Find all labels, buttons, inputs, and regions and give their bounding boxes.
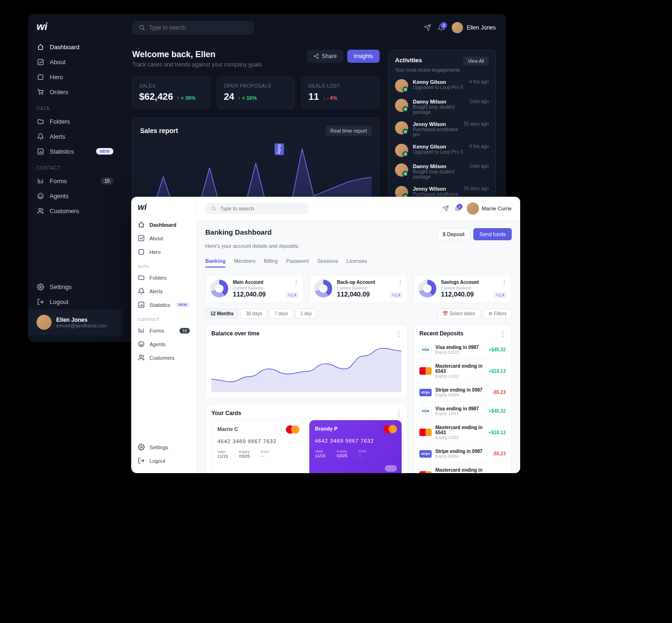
svg-point-8 (314, 56, 315, 57)
activity-item[interactable]: Jenny Wilson Purchased windframe pro 20 … (395, 121, 489, 137)
nav-item-alerts[interactable]: Alerts (28, 129, 122, 144)
kpi-label: DEALS LOST (308, 83, 373, 89)
card-menu-icon[interactable]: ⋮ (397, 279, 403, 286)
tab-members[interactable]: Members (234, 255, 255, 267)
card-toggle[interactable] (385, 465, 397, 472)
card-menu-icon[interactable]: ⋮ (395, 329, 403, 338)
your-cards-title: Your Cards (211, 410, 402, 416)
nav-label: Logout (149, 458, 165, 464)
nav-item-agents[interactable]: Agents (28, 188, 122, 203)
deposit-item[interactable]: Mastercard ending in 6543 Expiry 11/22 +… (419, 463, 506, 473)
tab-billing[interactable]: Billing (264, 255, 277, 267)
nav-item-hero[interactable]: Hero (131, 245, 196, 259)
nav-item-logout[interactable]: Logout (131, 454, 196, 467)
notification-bell[interactable]: 2 (455, 205, 461, 212)
send-icon[interactable] (442, 205, 449, 212)
deposit-button[interactable]: $ Deposit (437, 228, 470, 240)
donut-chart-icon (418, 280, 436, 297)
nav-item-logout[interactable]: Logout (28, 294, 122, 309)
nav-item-settings[interactable]: Settings (28, 279, 122, 294)
card-expiry: 03/25 (337, 453, 348, 458)
tab-licenses[interactable]: Licenses (347, 255, 367, 267)
nav-item-statistics[interactable]: Statistics NEW (131, 298, 196, 312)
activity-time: 20 secs ago (463, 186, 489, 191)
send-funds-button[interactable]: Send funds (473, 228, 512, 240)
time-pill-12-months[interactable]: 12 Months (205, 309, 239, 319)
avatar (452, 22, 463, 33)
deposit-item[interactable]: VISA Visa ending in 0987 Expiry 12/23 +$… (419, 402, 506, 421)
search-input[interactable] (220, 206, 303, 211)
nav-item-orders[interactable]: Orders (28, 84, 122, 99)
credit-card[interactable]: Brandy P 4642 3489 9867 7632 Valid11/15 … (309, 420, 402, 473)
nav-label: Customers (149, 355, 174, 361)
activity-item[interactable]: Kenny Gilson Upgraded to Loop Pro X 4 hr… (395, 79, 489, 92)
nav-item-about[interactable]: About (131, 231, 196, 245)
insights-button[interactable]: Insights (347, 50, 380, 63)
balance-chart-card: Balance over time ⋮ (205, 324, 408, 398)
nav-item-customers[interactable]: Customers (131, 351, 196, 364)
nav-item-hero[interactable]: Hero (28, 69, 122, 84)
credit-card[interactable]: Marrie C 4642 3489 9867 7632 Valid11/15 … (211, 420, 305, 473)
nav-item-alerts[interactable]: Alerts (131, 284, 196, 298)
deposit-expiry: Expiry 04/24 (435, 393, 489, 397)
light-banking-window: wi Dashboard About Hero DATA Folders Ale… (131, 197, 520, 473)
deposit-item[interactable]: stripe Stripe ending in 0987 Expiry 04/2… (419, 445, 506, 463)
tab-password[interactable]: Password (286, 255, 309, 267)
deposit-expiry: Expiry 11/22 (435, 374, 485, 378)
send-icon[interactable] (424, 24, 431, 31)
time-pill-30-days[interactable]: 30 days (240, 309, 267, 319)
svg-line-6 (143, 29, 144, 30)
account-card[interactable]: Main Account Current Balance 112,040.09 … (205, 274, 304, 303)
top-user[interactable]: Ellen Jones (452, 22, 496, 33)
share-button[interactable]: Share (307, 50, 343, 63)
nav-item-about[interactable]: About (28, 54, 122, 69)
nav-item-folders[interactable]: Folders (131, 271, 196, 284)
activity-item[interactable]: Danny Milson Bought loop student package… (395, 163, 489, 179)
user-email: emcee@windframe.com (56, 323, 107, 328)
deposit-amount: +$45.32 (489, 408, 506, 414)
nav-item-forms[interactable]: Forms 15 (131, 324, 196, 337)
nav-item-settings[interactable]: Settings (131, 440, 196, 454)
user-card[interactable]: Ellen Jones emcee@windframe.com (28, 309, 122, 335)
activity-item[interactable]: Danny Milson Bought loop student package… (395, 99, 489, 115)
nav-item-statistics[interactable]: Statistics NEW (28, 144, 122, 159)
notification-bell[interactable]: 2 (438, 24, 445, 31)
deposit-item[interactable]: Mastercard ending in 6543 Expiry 11/22 +… (419, 359, 506, 383)
view-all-button[interactable]: View All (463, 57, 489, 66)
search-input[interactable] (149, 24, 247, 31)
search-box[interactable] (132, 21, 254, 35)
top-user[interactable]: Marrie Currie (467, 202, 512, 215)
nav-item-dashboard[interactable]: Dashboard (131, 218, 196, 231)
deposit-item[interactable]: stripe Stripe ending in 0987 Expiry 04/2… (419, 383, 506, 402)
tab-sessions[interactable]: Sessions (317, 255, 338, 267)
tab-banking[interactable]: Banking (205, 255, 225, 267)
nav-label: About (149, 236, 163, 241)
card-menu-icon[interactable]: ⋮ (395, 409, 403, 418)
activity-item[interactable]: Kenny Gilson Upgraded to Loop Pro X 4 hr… (395, 144, 489, 157)
account-card[interactable]: Savings Account Current Balance 112,040.… (413, 274, 512, 303)
deposit-item[interactable]: Mastercard ending in 6543 Expiry 11/22 +… (419, 421, 506, 445)
nav-item-customers[interactable]: Customers (28, 203, 122, 218)
nav-item-forms[interactable]: Forms 15 (28, 173, 122, 188)
home-icon (138, 221, 145, 228)
deposit-amount: +$18.13 (489, 473, 506, 474)
card-menu-icon[interactable]: ⋮ (499, 329, 507, 338)
realtime-button[interactable]: Real time report (326, 126, 372, 136)
search-box[interactable] (205, 203, 308, 214)
nav-item-dashboard[interactable]: Dashboard (28, 39, 122, 54)
deposit-item[interactable]: VISA Visa ending in 0987 Expiry 12/23 +$… (419, 341, 506, 359)
folder-icon (138, 274, 145, 281)
time-pill-1-day[interactable]: 1 day (295, 309, 317, 319)
card-menu-icon[interactable]: ⋮ (293, 279, 299, 286)
card-menu-icon[interactable]: ⋮ (501, 279, 508, 286)
activity-name: Kenny Gilson (413, 144, 464, 149)
nav-item-folders[interactable]: Folders (28, 114, 122, 129)
page-subtitle: Here's your account details and deposits… (205, 243, 512, 249)
time-pill-7-days[interactable]: 7 days (269, 309, 293, 319)
topbar: 2 Ellen Jones (122, 14, 506, 41)
select-dates-button[interactable]: 📅 Select dates (437, 309, 480, 319)
deposit-name: Stripe ending in 0987 (435, 449, 489, 454)
filters-button[interactable]: ⚙ Filters (483, 309, 512, 319)
nav-item-agents[interactable]: Agents (131, 337, 196, 351)
account-card[interactable]: Back-up Account Current Balance 112,040.… (309, 274, 408, 303)
